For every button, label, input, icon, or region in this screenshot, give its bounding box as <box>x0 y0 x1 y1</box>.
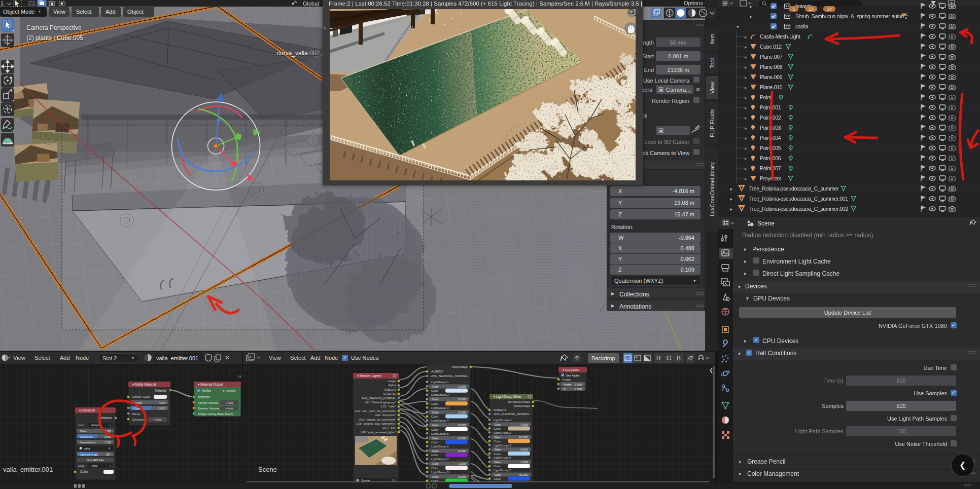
svg-text:Gain: Gain <box>432 475 439 478</box>
svg-text:Spread Angle: Spread Angle <box>80 453 99 456</box>
svg-text:▸ Advanc: ▸ Advanc <box>223 389 235 392</box>
svg-text:Color: Color <box>80 470 88 473</box>
svg-text:AVG_SHADING_NORMAL: AVG_SHADING_NORMAL <box>494 412 531 416</box>
svg-text:Color: Color <box>494 440 501 443</box>
svg-text:1.00: 1.00 <box>104 441 111 444</box>
svg-text:Color: Color <box>494 465 501 468</box>
svg-text:Color: Color <box>431 389 438 392</box>
svg-text:Interior Volume: Interior Volume <box>198 401 219 404</box>
svg-text:LightGroup 1: LightGroup 1 <box>494 419 511 422</box>
svg-text:+ Add: + Add <box>225 401 233 404</box>
svg-text:+ Add: + Add <box>153 418 161 421</box>
svg-text:valla: valla <box>84 447 90 450</box>
svg-text:▾ Composite: ▾ Composite <box>563 368 580 371</box>
svg-text:1.000: 1.000 <box>574 383 582 386</box>
svg-text:Diffuse Color: Diffuse Color <box>132 395 150 398</box>
svg-text:LG5: “piscina_luz_perimetral”: LG5: “piscina_luz_perimetral” <box>359 418 396 421</box>
svg-text:LG1: “DefaultLightgroup”: LG1: “DefaultLightgroup” <box>364 401 396 404</box>
svg-text:Z: Z <box>564 388 566 391</box>
svg-text:LightGroup 8: LightGroup 8 <box>431 471 449 474</box>
svg-text:ALBEDO: ALBEDO <box>431 370 444 373</box>
svg-text:Gain: Gain <box>80 430 87 433</box>
svg-text:Color: Color <box>431 428 438 431</box>
svg-text:Exterior Volume: Exterior Volume <box>198 407 220 410</box>
svg-text:20.000: 20.000 <box>519 436 529 439</box>
svg-text:1.000: 1.000 <box>574 388 582 391</box>
svg-text:0.000: 0.000 <box>458 449 466 453</box>
svg-text:0.000: 0.000 <box>458 398 466 401</box>
svg-text:LightGroup 5: LightGroup 5 <box>494 469 511 472</box>
svg-text:LightGroup 7: LightGroup 7 <box>431 458 449 461</box>
svg-text:▾ LightGroup Mixer: ▾ LightGroup Mixer <box>494 395 522 399</box>
svg-text:AVG_SHADING_NORMAL: AVG_SHADING_NORMAL <box>362 397 396 400</box>
svg-text:LG8: “pink_recessed_lights”: LG8: “pink_recessed_lights” <box>360 431 396 434</box>
svg-text:Gain: Gain <box>432 449 439 453</box>
svg-text:Shape (Using Base Mesh): Shape (Using Base Mesh) <box>198 412 233 416</box>
svg-text:▾ Material Output: ▾ Material Output <box>198 383 223 387</box>
svg-text:✕: ✕ <box>108 447 111 450</box>
svg-text:Gain: Gain <box>432 437 439 440</box>
svg-text:Gain: Gain <box>495 448 501 451</box>
svg-text:0.000: 0.000 <box>458 437 466 440</box>
svg-text:4.600: 4.600 <box>520 448 529 451</box>
svg-text:LightGroup 5: LightGroup 5 <box>431 432 449 435</box>
svg-text:Color: Color <box>431 415 438 418</box>
svg-text:LightGroup 2: LightGroup 2 <box>431 393 449 396</box>
svg-text:DLS:: DLS: <box>78 464 85 467</box>
svg-text:LG6: “piscina_foco_submarino”: LG6: “piscina_foco_submarino” <box>356 422 396 425</box>
svg-text:LightGroup 1: LightGroup 1 <box>431 381 449 384</box>
svg-text:Color: Color <box>431 402 438 405</box>
svg-text:LightGroup 3: LightGroup 3 <box>431 406 449 409</box>
svg-text:0.00: 0.00 <box>159 401 165 404</box>
svg-text:LightGroup 3: LightGroup 3 <box>494 444 511 447</box>
svg-text:1.200: 1.200 <box>520 461 529 464</box>
svg-text:‹›: ‹› <box>238 373 241 379</box>
svg-text:Image: Image <box>563 378 571 381</box>
svg-text:Emission: Emission <box>132 418 145 421</box>
svg-text:Color: Color <box>431 454 438 457</box>
svg-text:Use IES File: Use IES File <box>87 459 104 462</box>
svg-text:LG4: “Proyector”: LG4: “Proyector” <box>375 413 396 417</box>
svg-text:1.000: 1.000 <box>158 407 166 410</box>
svg-text:Alpha: Alpha <box>389 384 396 387</box>
svg-text:1.000: 1.000 <box>458 462 466 465</box>
svg-text:0.000: 0.000 <box>458 424 466 427</box>
svg-text:Color: Color <box>494 477 501 480</box>
svg-text:Auto: Auto <box>91 464 98 467</box>
svg-text:Denoised Image: Denoised Image <box>508 400 530 403</box>
svg-text:Exposure: Exposure <box>80 435 93 438</box>
svg-text:Material: Material <box>198 395 210 399</box>
svg-text:ALBEDO: ALBEDO <box>384 388 396 391</box>
svg-text:Gain: Gain <box>432 462 439 465</box>
svg-text:4.000: 4.000 <box>520 423 529 426</box>
svg-text:Gain: Gain <box>432 398 439 401</box>
svg-text:0.000: 0.000 <box>458 475 466 478</box>
svg-text:Gain: Gain <box>432 385 439 388</box>
svg-text:LG2: “valla”: LG2: “valla” <box>381 405 396 408</box>
svg-text:Gain: Gain <box>495 473 501 476</box>
svg-text:46.300: 46.300 <box>519 473 529 476</box>
svg-text:LightGroup 6: LightGroup 6 <box>431 445 449 448</box>
svg-text:Color: Color <box>494 427 501 430</box>
svg-text:0.000: 0.000 <box>458 411 466 414</box>
svg-text:Image: Image <box>388 380 396 383</box>
svg-text:LG7: “Sol”: LG7: “Sol” <box>383 426 396 429</box>
svg-text:▾ Matte Material: ▾ Matte Material <box>132 383 156 386</box>
svg-text:Bump: Bump <box>132 412 141 416</box>
svg-text:Active: Active <box>202 389 211 392</box>
svg-text:▾ Emission: ▾ Emission <box>79 408 95 412</box>
svg-text:+ Add: + Add <box>225 407 233 410</box>
svg-text:Gain: Gain <box>495 461 501 464</box>
svg-text:NoisyImage: NoisyImage <box>514 404 530 407</box>
svg-text:Color: Color <box>494 453 501 456</box>
svg-text:CAUSTIC: CAUSTIC <box>383 392 396 395</box>
svg-text:LightGroup 2: LightGroup 2 <box>494 431 511 434</box>
svg-text:NoisyImage: NoisyImage <box>451 365 468 368</box>
svg-text:Gain: Gain <box>495 436 501 439</box>
svg-text:Gain: Gain <box>432 411 439 414</box>
svg-text:Unit:: Unit: <box>78 424 85 427</box>
svg-text:Gain: Gain <box>432 424 439 427</box>
svg-text:ALBEDO: ALBEDO <box>494 408 506 411</box>
svg-text:LightGroup 4: LightGroup 4 <box>431 419 449 422</box>
svg-text:LightGroup 4: LightGroup 4 <box>494 456 511 459</box>
